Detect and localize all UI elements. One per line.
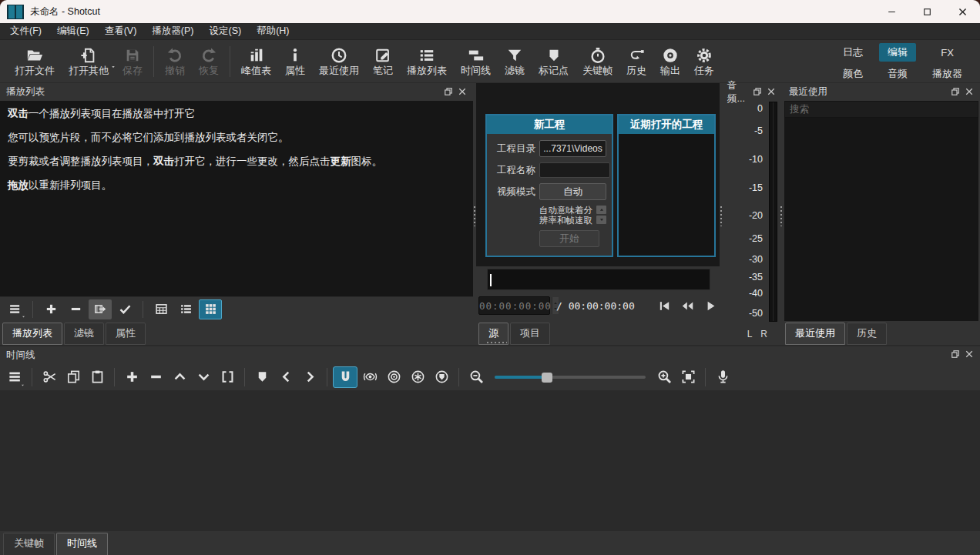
playlist-open-clip-button[interactable] [89, 299, 112, 319]
tab-keyframes[interactable]: 关键帧 [3, 533, 55, 555]
recent-button[interactable]: 最近使用 [312, 45, 366, 79]
video-mode-button[interactable]: 自动 [539, 183, 606, 200]
close-button[interactable] [945, 0, 980, 23]
view-icons-button[interactable] [199, 299, 222, 319]
playlist-append-button[interactable] [39, 299, 62, 319]
timeline-menu-button[interactable] [3, 366, 26, 388]
menu-edit[interactable]: 编辑(E) [50, 23, 96, 39]
menu-settings[interactable]: 设定(S) [202, 23, 248, 39]
close-panel-button[interactable] [767, 87, 777, 98]
ripple-button[interactable] [382, 366, 405, 388]
ripple-markers-button[interactable] [430, 366, 453, 388]
zoom-fit-button[interactable] [676, 366, 700, 388]
view-details-button[interactable] [149, 299, 173, 319]
markers-button[interactable]: 标记点 [532, 45, 576, 79]
panel-splitter[interactable] [473, 83, 476, 345]
project-name-input[interactable] [539, 162, 610, 178]
tab-timeline[interactable]: 时间线 [56, 533, 108, 555]
panel-splitter[interactable] [780, 83, 783, 345]
layout-audio-button[interactable]: 音频 [879, 65, 916, 83]
timeline-button[interactable]: 时间线 [454, 45, 498, 79]
paste-button[interactable] [86, 366, 109, 388]
scrub-while-dragging-button[interactable] [358, 366, 381, 388]
append-button[interactable] [120, 366, 143, 388]
undo-button[interactable]: 撤销 [158, 45, 192, 79]
playlist-remove-button[interactable] [64, 299, 87, 319]
play-button[interactable] [703, 296, 720, 315]
ripple-delete-button[interactable] [144, 366, 167, 388]
note-scroll-up-button[interactable] [596, 206, 606, 214]
layout-editing-button[interactable]: 编辑 [879, 43, 916, 62]
timecode-spinbox[interactable]: 00:00:00:00 [478, 296, 550, 315]
playlist-menu-button[interactable] [3, 299, 26, 319]
split-button[interactable] [216, 366, 239, 388]
peak-meter-button[interactable]: 峰值表 [234, 45, 278, 79]
close-panel-button[interactable] [965, 349, 975, 360]
float-panel-button[interactable] [444, 87, 455, 98]
properties-button[interactable]: 属性 [278, 45, 312, 79]
start-button[interactable]: 开始 [539, 230, 599, 247]
maximize-button[interactable] [909, 0, 945, 23]
zoom-in-button[interactable] [653, 366, 676, 388]
recent-files-list[interactable] [784, 118, 978, 321]
lift-button[interactable] [168, 366, 191, 388]
save-button[interactable]: 保存 [116, 45, 149, 79]
record-audio-button[interactable] [711, 366, 734, 388]
notes-button[interactable]: 笔记 [366, 45, 400, 79]
note-scroll-down-button[interactable] [596, 216, 606, 224]
snap-button[interactable] [333, 366, 357, 388]
layout-fx-button[interactable]: FX [932, 45, 962, 61]
previous-marker-button[interactable] [274, 366, 297, 388]
project-folder-label: 工程目录 [492, 142, 535, 155]
float-panel-button[interactable] [951, 349, 962, 360]
overwrite-button[interactable] [192, 366, 215, 388]
tab-history[interactable]: 历史 [847, 323, 887, 345]
export-button[interactable]: 输出 [653, 45, 687, 79]
close-panel-button[interactable] [965, 87, 975, 98]
menu-help[interactable]: 帮助(H) [250, 23, 296, 39]
menu-file[interactable]: 文件(F) [3, 23, 49, 39]
playlist-button[interactable]: 播放列表 [400, 45, 454, 79]
float-panel-button[interactable] [753, 87, 764, 98]
tab-project[interactable]: 项目 [510, 323, 550, 345]
layout-color-button[interactable]: 颜色 [834, 65, 871, 83]
skip-to-start-button[interactable] [656, 296, 673, 315]
close-panel-button[interactable] [458, 87, 468, 98]
project-folder-button[interactable]: ...7371\Videos [539, 140, 606, 157]
float-panel-button[interactable] [951, 87, 962, 98]
minimize-button[interactable] [874, 0, 909, 23]
marker-button[interactable] [250, 366, 274, 388]
layout-player-button[interactable]: 播放器 [924, 65, 971, 83]
tab-playlist[interactable]: 播放列表 [2, 323, 62, 345]
history-button[interactable]: 历史 [619, 45, 653, 79]
menu-view[interactable]: 查看(V) [98, 23, 144, 39]
rewind-button[interactable] [680, 296, 696, 315]
skip-start-icon [658, 299, 671, 313]
timeline-tracks-area[interactable] [0, 390, 980, 531]
search-input[interactable] [784, 101, 978, 118]
menu-player[interactable]: 播放器(P) [145, 23, 200, 39]
tab-recent[interactable]: 最近使用 [785, 323, 845, 345]
open-clip-icon [94, 303, 107, 316]
next-marker-button[interactable] [298, 366, 321, 388]
copy-button[interactable] [62, 366, 85, 388]
tab-properties[interactable]: 属性 [106, 323, 146, 345]
zoom-out-button[interactable] [465, 366, 488, 388]
cut-button[interactable] [38, 366, 61, 388]
tab-filters[interactable]: 滤镜 [64, 323, 104, 345]
view-tiles-button[interactable] [174, 299, 197, 319]
seek-bar[interactable] [487, 269, 710, 290]
filters-button[interactable]: 滤镜 [498, 45, 532, 79]
layout-logging-button[interactable]: 日志 [834, 43, 871, 62]
timeline-zoom-slider[interactable] [495, 371, 646, 383]
redo-button[interactable]: 恢复 [192, 45, 226, 79]
slider-handle[interactable] [542, 373, 552, 383]
jobs-button[interactable]: 任务 [687, 45, 721, 79]
keyframes-button[interactable]: 关键帧 [576, 45, 619, 79]
open-other-button[interactable]: 打开其他 [62, 45, 116, 79]
project-name-label: 工程名称 [492, 164, 535, 177]
open-file-button[interactable]: 打开文件 [8, 45, 62, 79]
recent-projects-list[interactable] [619, 134, 714, 256]
ripple-all-tracks-button[interactable] [406, 366, 429, 388]
playlist-update-button[interactable] [113, 299, 136, 319]
